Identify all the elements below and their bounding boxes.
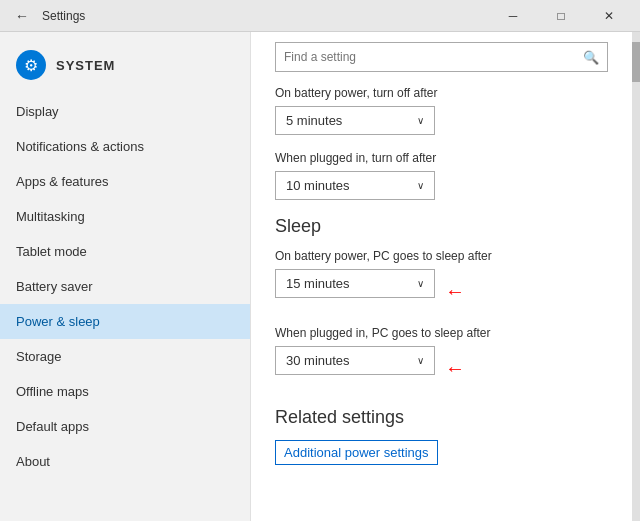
screen-section: On battery power, turn off after 5 minut…: [275, 86, 608, 200]
sidebar-item-battery[interactable]: Battery saver: [0, 269, 250, 304]
sidebar-item-power[interactable]: Power & sleep: [0, 304, 250, 339]
sidebar-item-multitasking[interactable]: Multitasking: [0, 199, 250, 234]
chevron-down-icon-4: ∨: [417, 355, 424, 366]
sleep-title: Sleep: [275, 216, 608, 237]
additional-power-settings-link[interactable]: Additional power settings: [275, 440, 438, 465]
sidebar-item-default[interactable]: Default apps: [0, 409, 250, 444]
sidebar-item-tablet[interactable]: Tablet mode: [0, 234, 250, 269]
maximize-button[interactable]: □: [538, 0, 584, 32]
related-settings-title: Related settings: [275, 407, 608, 428]
content-wrapper: 🔍 On battery power, turn off after 5 min…: [250, 32, 640, 521]
sidebar-item-display[interactable]: Display: [0, 94, 250, 129]
sidebar-item-offline[interactable]: Offline maps: [0, 374, 250, 409]
battery-turn-off-label: On battery power, turn off after: [275, 86, 608, 100]
chevron-down-icon: ∨: [417, 115, 424, 126]
sleep-plugged-dropdown[interactable]: 30 minutes ∨: [275, 346, 435, 375]
system-icon: ⚙: [16, 50, 46, 80]
main-area: ⚙ SYSTEM Display Notifications & actions…: [0, 32, 640, 521]
close-button[interactable]: ✕: [586, 0, 632, 32]
battery-turn-off-dropdown[interactable]: 5 minutes ∨: [275, 106, 435, 135]
back-button[interactable]: ←: [8, 2, 36, 30]
sleep-plugged-label: When plugged in, PC goes to sleep after: [275, 326, 608, 340]
sidebar-item-notifications[interactable]: Notifications & actions: [0, 129, 250, 164]
sidebar-header: ⚙ SYSTEM: [0, 42, 250, 94]
sidebar-system-title: SYSTEM: [56, 58, 115, 73]
scrollbar[interactable]: [632, 32, 640, 521]
chevron-down-icon-3: ∨: [417, 278, 424, 289]
sidebar-item-storage[interactable]: Storage: [0, 339, 250, 374]
minimize-button[interactable]: ─: [490, 0, 536, 32]
content-area: 🔍 On battery power, turn off after 5 min…: [250, 32, 632, 521]
sidebar: ⚙ SYSTEM Display Notifications & actions…: [0, 32, 250, 521]
scroll-thumb[interactable]: [632, 42, 640, 82]
sidebar-item-about[interactable]: About: [0, 444, 250, 479]
sleep-plugged-row: 30 minutes ∨ ←: [275, 346, 608, 391]
window-title: Settings: [42, 9, 85, 23]
search-bar[interactable]: 🔍: [275, 42, 608, 72]
search-icon: 🔍: [583, 50, 599, 65]
sleep-battery-row: 15 minutes ∨ ←: [275, 269, 608, 314]
sleep-battery-dropdown[interactable]: 15 minutes ∨: [275, 269, 435, 298]
plugged-turn-off-dropdown[interactable]: 10 minutes ∨: [275, 171, 435, 200]
chevron-down-icon-2: ∨: [417, 180, 424, 191]
title-bar: ← Settings ─ □ ✕: [0, 0, 640, 32]
annotation-arrow-1: ←: [445, 280, 465, 303]
annotation-arrow-2: ←: [445, 357, 465, 380]
sleep-battery-label: On battery power, PC goes to sleep after: [275, 249, 608, 263]
search-input[interactable]: [284, 50, 583, 64]
sleep-section: Sleep On battery power, PC goes to sleep…: [275, 216, 608, 391]
related-section: Related settings Additional power settin…: [275, 407, 608, 465]
sidebar-item-apps[interactable]: Apps & features: [0, 164, 250, 199]
window-controls: ─ □ ✕: [490, 0, 632, 32]
plugged-turn-off-label: When plugged in, turn off after: [275, 151, 608, 165]
